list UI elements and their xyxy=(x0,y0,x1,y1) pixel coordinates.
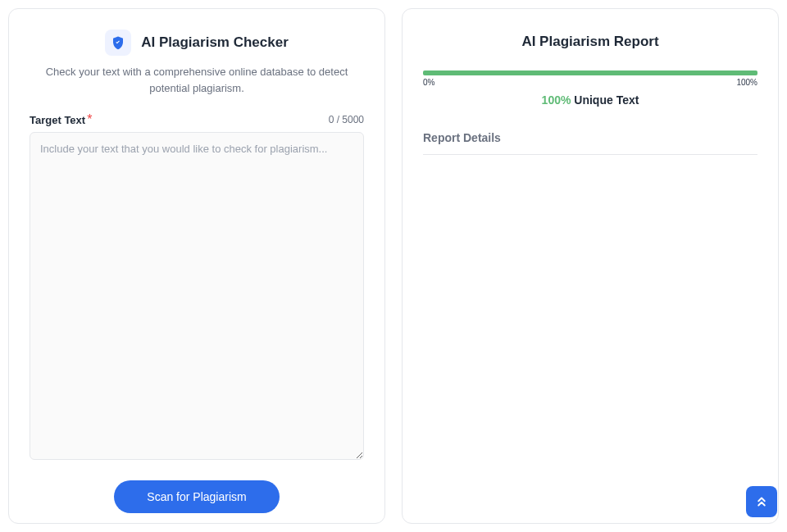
input-label: Target Text xyxy=(30,114,85,126)
report-panel: AI Plagiarism Report 0% 100% 100% Unique… xyxy=(402,8,779,524)
range-max: 100% xyxy=(736,78,757,87)
checker-title: AI Plagiarism Checker xyxy=(141,34,289,51)
report-title: AI Plagiarism Report xyxy=(423,34,757,50)
shield-check-icon xyxy=(105,30,131,56)
scroll-top-button[interactable] xyxy=(746,486,777,517)
result-label: Unique Text xyxy=(571,93,639,107)
report-details-heading: Report Details xyxy=(423,131,757,155)
result-text: 100% Unique Text xyxy=(423,93,757,107)
progress-bar xyxy=(423,70,757,75)
checker-subtitle: Check your text with a comprehensive onl… xyxy=(30,64,364,96)
result-percent: 100% xyxy=(542,93,571,107)
input-label-row: Target Text* 0 / 5000 xyxy=(30,112,364,127)
required-indicator: * xyxy=(87,112,92,126)
char-count: 0 / 5000 xyxy=(329,114,364,125)
progress-container: 0% 100% xyxy=(423,70,757,87)
checker-header: AI Plagiarism Checker xyxy=(30,30,364,56)
scan-button[interactable]: Scan for Plagiarism xyxy=(114,480,279,513)
progress-labels: 0% 100% xyxy=(423,78,757,87)
target-text-input[interactable] xyxy=(30,132,364,460)
chevron-double-up-icon xyxy=(754,494,769,509)
checker-panel: AI Plagiarism Checker Check your text wi… xyxy=(8,8,385,524)
range-min: 0% xyxy=(423,78,434,87)
